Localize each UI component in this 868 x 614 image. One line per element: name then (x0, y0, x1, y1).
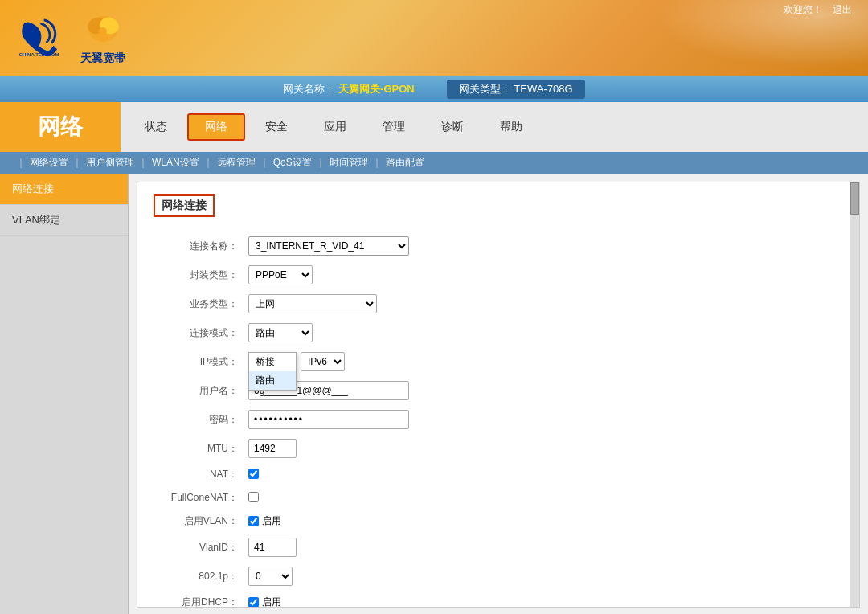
input-vlan-id[interactable] (248, 538, 297, 557)
row-encap: 封装类型： PPPoE (154, 263, 831, 287)
sub-nav-separator: ｜ (16, 156, 26, 170)
gateway-type-info: 网关类型： TEWA-708G (447, 80, 585, 99)
row-password: 密码： (154, 407, 831, 432)
vlan-enable-group: 启用 (248, 514, 827, 528)
label-dot1p: 802.1p： (154, 564, 242, 588)
select-encap[interactable]: PPPoE (248, 265, 313, 284)
label-ip-mode: IP模式： (154, 350, 242, 374)
sub-nav-qos[interactable]: QoS设置 (269, 156, 316, 170)
label-service: 业务类型： (154, 292, 242, 316)
tab-security[interactable]: 安全 (249, 115, 304, 139)
label-fullcone: FullConeNAT： (154, 489, 242, 507)
sub-nav-wlan[interactable]: WLAN设置 (148, 156, 203, 170)
gateway-label: 网关名称： (283, 83, 335, 95)
label-username: 用户名： (154, 379, 242, 403)
gateway-type: TEWA-708G (514, 83, 572, 95)
sidebar-item-vlan-binding[interactable]: VLAN绑定 (0, 205, 128, 236)
main-nav: 网络 状态 网络 安全 应用 管理 诊断 帮助 (0, 102, 868, 152)
label-vlan-id: VlanID： (154, 535, 242, 559)
row-dot1p: 802.1p： 0 1 (154, 564, 831, 588)
label-connection-name: 连接名称： (154, 234, 242, 258)
svg-text:CHINA TELECOM: CHINA TELECOM (19, 52, 59, 57)
main-content: 网络连接 连接名称： 3_INTERNET_R_VID_41 封装类型： (137, 182, 860, 608)
row-service: 业务类型： 上网 (154, 292, 831, 316)
tab-network[interactable]: 网络 (187, 113, 245, 141)
sub-nav-remote[interactable]: 远程管理 (213, 156, 260, 170)
logout-link[interactable]: 退出 (833, 4, 852, 15)
label-encap: 封装类型： (154, 263, 242, 287)
form-table: 连接名称： 3_INTERNET_R_VID_41 封装类型： PPPoE (154, 229, 831, 608)
china-telecom-logo: CHINA TELECOM (16, 18, 64, 59)
checkbox-enable-dhcp[interactable] (248, 597, 259, 608)
logo-area: CHINA TELECOM 天翼宽带 (16, 11, 125, 66)
tianyi-text: 天翼宽带 (80, 51, 125, 66)
tab-apps[interactable]: 应用 (308, 115, 362, 139)
row-vlan-id: VlanID： (154, 535, 831, 559)
sidebar-item-network-connection[interactable]: 网络连接 (0, 174, 128, 205)
row-ip-mode: IP模式： 桥接 路由 (154, 350, 831, 374)
tab-management[interactable]: 管理 (366, 115, 421, 139)
select-connection-name[interactable]: 3_INTERNET_R_VID_41 (248, 236, 409, 256)
checkbox-enable-vlan[interactable] (248, 516, 259, 526)
welcome-text: 欢迎您！ (784, 4, 822, 15)
dhcp-enable-group: 启用 (248, 596, 827, 608)
label-mtu: MTU： (154, 436, 242, 460)
row-connect-mode: 连接模式： 路由 (154, 321, 831, 345)
label-connect-mode: 连接模式： (154, 321, 242, 345)
select-service[interactable]: 上网 (248, 294, 377, 313)
row-enable-dhcp: 启用DHCP： 启用 (154, 593, 831, 608)
input-mtu[interactable] (248, 439, 297, 458)
checkbox-fullcone[interactable] (248, 492, 259, 502)
ip-mode-dropdown-wrapper: 桥接 路由 (248, 352, 293, 371)
select-connect-mode[interactable]: 路由 (248, 323, 313, 342)
label-password: 密码： (154, 407, 242, 432)
sidebar: 网络连接 VLAN绑定 (0, 174, 129, 614)
gateway-info: 网关名称： 天翼网关-GPON (283, 82, 414, 96)
row-fullcone: FullConeNAT： (154, 489, 831, 507)
label-nat: NAT： (154, 465, 242, 484)
content-area: 网络连接 VLAN绑定 网络连接 连接名称： 3_INTERNET_R_VID_… (0, 174, 868, 614)
select-dot1p[interactable]: 0 1 (248, 567, 293, 586)
ip-mode-dropdown: 桥接 路由 (248, 352, 297, 391)
option-bridge[interactable]: 桥接 (249, 353, 296, 371)
label-enable-dhcp: 启用DHCP： (154, 593, 242, 608)
row-mtu: MTU： (154, 436, 831, 460)
svg-point-4 (99, 27, 107, 35)
option-route[interactable]: 路由 (249, 371, 296, 390)
sub-nav: ｜ 网络设置 ｜ 用户侧管理 ｜ WLAN设置 ｜ 远程管理 ｜ QoS设置 ｜… (0, 152, 868, 174)
sub-nav-routing[interactable]: 路由配置 (382, 156, 428, 170)
sub-nav-network-settings[interactable]: 网络设置 (26, 156, 72, 170)
label-enable-vlan: 启用VLAN： (154, 512, 242, 530)
tianyi-logo: 天翼宽带 (80, 11, 125, 66)
nav-bar: 网关名称： 天翼网关-GPON 网关类型： TEWA-708G (0, 76, 868, 102)
nav-tabs: 状态 网络 安全 应用 管理 诊断 帮助 (121, 102, 868, 152)
sub-nav-user-management[interactable]: 用户侧管理 (82, 156, 138, 170)
scrollbar-thumb[interactable] (850, 182, 859, 215)
select-ipv6[interactable]: IPv6 IPv4 IPv4/IPv6 (301, 352, 345, 371)
gateway-name: 天翼网关-GPON (338, 83, 415, 95)
header: CHINA TELECOM 天翼宽带 欢迎您！ 退出 (0, 0, 868, 76)
section-title-network: 网络 (0, 102, 121, 152)
gateway-type-label: 网关类型： (459, 83, 511, 95)
input-password[interactable] (248, 410, 409, 429)
ip-mode-row: 桥接 路由 IPv6 IPv4 IPv4/IPv6 (248, 352, 827, 371)
section-heading: 网络连接 (154, 194, 215, 217)
sub-nav-time[interactable]: 时间管理 (326, 156, 372, 170)
scrollbar-track[interactable] (850, 182, 859, 607)
checkbox-nat[interactable] (248, 469, 259, 479)
tab-help[interactable]: 帮助 (484, 115, 538, 139)
nav-info: 网关名称： 天翼网关-GPON 网关类型： TEWA-708G (283, 80, 584, 99)
tab-diagnostics[interactable]: 诊断 (425, 115, 480, 139)
top-links: 欢迎您！ 退出 (784, 3, 852, 17)
row-connection-name: 连接名称： 3_INTERNET_R_VID_41 (154, 234, 831, 258)
dhcp-enable-text: 启用 (262, 596, 281, 608)
row-enable-vlan: 启用VLAN： 启用 (154, 512, 831, 530)
row-nat: NAT： (154, 465, 831, 484)
vlan-enable-text: 启用 (262, 514, 281, 528)
tab-status[interactable]: 状态 (129, 115, 183, 139)
